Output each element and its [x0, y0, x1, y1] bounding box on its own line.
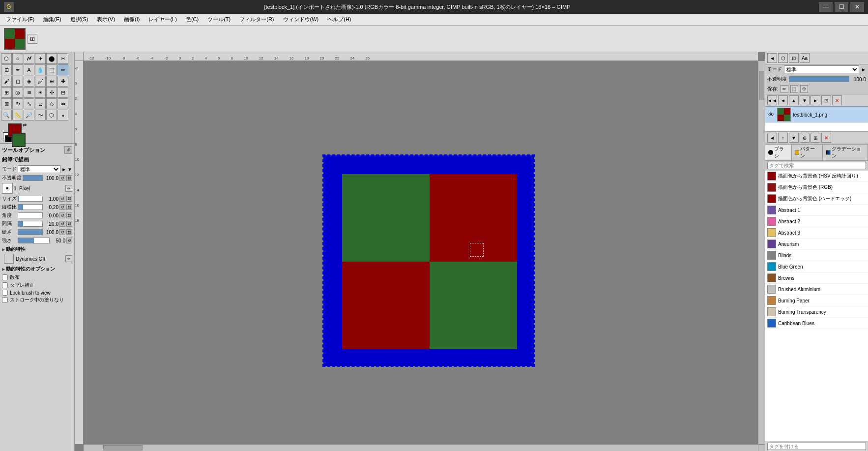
tool-move[interactable]: ✣: [46, 87, 57, 98]
mode-select-right[interactable]: 標準: [784, 65, 859, 73]
tool-scissors[interactable]: ✂: [58, 53, 68, 64]
tool-paths[interactable]: ✒: [12, 64, 23, 75]
tool-shear[interactable]: ⊿: [35, 98, 46, 109]
tool-airbrush[interactable]: ◈: [24, 76, 34, 87]
angle-reset-btn[interactable]: ↺: [59, 212, 65, 218]
tool-blur-sharpen[interactable]: ◎: [12, 87, 23, 98]
aspect-slider[interactable]: [18, 204, 43, 210]
angle-chain-btn[interactable]: ⛓: [66, 212, 72, 218]
tool-unified[interactable]: ⬧: [58, 110, 68, 120]
brush-list-item[interactable]: Browns: [765, 272, 868, 284]
lock-alpha-icon[interactable]: ⬚: [790, 85, 798, 93]
layer-visibility-eye[interactable]: 👁: [767, 111, 775, 119]
layers-icon3[interactable]: ⊡: [789, 53, 799, 63]
reset-tool-options-button[interactable]: ↺: [64, 146, 72, 154]
menu-item-i[interactable]: 画像(I): [120, 15, 144, 24]
brush-list-item[interactable]: 描面色から背景色 (RGB): [765, 182, 868, 193]
menu-item-v[interactable]: 表示(V): [93, 15, 119, 24]
tool-pencil[interactable]: ✏: [58, 64, 68, 75]
brush-list-item[interactable]: Burning Transparency: [765, 306, 868, 318]
tool-free-select[interactable]: 🗲: [24, 53, 34, 64]
brush-list-item[interactable]: Burning Paper: [765, 295, 868, 306]
maximize-button[interactable]: ☐: [835, 2, 848, 12]
layer-tool-btn1[interactable]: ◄◄: [767, 95, 777, 105]
background-color-box[interactable]: [12, 133, 26, 147]
dynamics-options-section[interactable]: ▶ 動的特性のオプション: [2, 266, 72, 272]
lock-pixels-icon[interactable]: ✏: [781, 85, 788, 93]
tool-flip[interactable]: ⇔: [58, 98, 68, 109]
menu-item-c[interactable]: 色(C): [182, 15, 203, 24]
brush-list-item[interactable]: Abstract 3: [765, 227, 868, 239]
canvas-image[interactable]: [322, 154, 535, 367]
scatter-checkbox[interactable]: [2, 274, 8, 280]
brush-list-item[interactable]: Aneurism: [765, 239, 868, 250]
brush-list-item[interactable]: Blinds: [765, 250, 868, 261]
tool-align[interactable]: ⊟: [58, 87, 68, 98]
opacity-reset-btn[interactable]: ↺: [59, 175, 65, 181]
menu-item-r[interactable]: フィルター(R): [235, 15, 278, 24]
layer-bottom-btn1[interactable]: ◄: [767, 133, 777, 143]
opacity-slider-right[interactable]: [789, 76, 849, 82]
horizontal-scrollbar[interactable]: [84, 444, 758, 451]
spacing-slider[interactable]: [18, 221, 43, 227]
force-slider[interactable]: [18, 238, 50, 243]
tool-text[interactable]: A: [24, 64, 34, 75]
brush-list-item[interactable]: 描面色から背景色 (ハードエッジ): [765, 193, 868, 205]
layer-tool-btn5[interactable]: ►: [810, 95, 820, 105]
brushes-filter-input[interactable]: [767, 443, 866, 450]
spacing-chain-btn[interactable]: ⛓: [66, 221, 72, 227]
layers-icon4[interactable]: Aa: [800, 53, 810, 63]
layer-tool-btn7[interactable]: ✕: [832, 95, 842, 105]
menu-item-h[interactable]: ヘルプ(H): [323, 15, 355, 24]
tab-gradients[interactable]: グラデーション: [823, 145, 868, 160]
menu-item-e[interactable]: 編集(E): [39, 15, 65, 24]
tool-perspective-clone[interactable]: ⊞: [1, 87, 12, 98]
stroke-color-checkbox[interactable]: [2, 297, 8, 303]
tool-bucket-fill[interactable]: 💧: [35, 64, 46, 75]
menu-item-f[interactable]: ファイル(F): [2, 15, 38, 24]
tool-eraser[interactable]: ◻: [12, 76, 23, 87]
brush-list-item[interactable]: Abstract 1: [765, 205, 868, 216]
aspect-reset-btn[interactable]: ↺: [59, 204, 65, 210]
layer-tool-btn2[interactable]: ◄: [778, 95, 788, 105]
tab-brushes[interactable]: ブラシ: [765, 145, 792, 160]
brush-edit-button[interactable]: ✏: [65, 185, 72, 192]
canvas-viewport[interactable]: [84, 61, 765, 451]
tool-ink[interactable]: 🖊: [35, 76, 46, 87]
layer-tool-btn6[interactable]: ⊡: [821, 95, 831, 105]
tab-patterns[interactable]: パターン: [792, 145, 823, 160]
tool-perspective[interactable]: ◇: [46, 98, 57, 109]
tool-dodge-burn[interactable]: ☀: [35, 87, 46, 98]
hardness-slider[interactable]: [18, 229, 43, 235]
tool-zoom[interactable]: 🔎: [24, 110, 34, 120]
mode-select[interactable]: 標準: [18, 165, 60, 173]
layer-tool-btn4[interactable]: ▼: [800, 95, 810, 105]
menu-item-t[interactable]: ツール(T): [203, 15, 234, 24]
layer-bottom-btn4[interactable]: ⊕: [800, 133, 810, 143]
layer-bottom-btn3[interactable]: ▼: [789, 133, 799, 143]
tool-select-color[interactable]: ⬤: [46, 53, 57, 64]
tool-rect-select[interactable]: ⬡: [1, 53, 12, 64]
scrollbar-h-thumb[interactable]: [103, 445, 143, 451]
tool-crop[interactable]: ⊠: [1, 98, 12, 109]
tablet-checkbox[interactable]: [2, 282, 8, 288]
minimize-button[interactable]: —: [819, 2, 833, 12]
dynamics-section-header[interactable]: ▶ 動的特性: [2, 246, 72, 253]
tool-rotate[interactable]: ↻: [12, 98, 23, 109]
angle-slider[interactable]: [18, 212, 43, 218]
force-reset-btn[interactable]: ↺: [66, 238, 72, 243]
brush-list-item[interactable]: Caribbean Blues: [765, 318, 868, 329]
tool-fuzzy-select[interactable]: ✦: [35, 53, 46, 64]
swap-colors-icon[interactable]: ⇄: [23, 122, 27, 128]
tool-scale[interactable]: ⤡: [24, 98, 34, 109]
hardness-chain-btn[interactable]: ⛓: [66, 229, 72, 235]
brush-list-item[interactable]: Blue Green: [765, 261, 868, 272]
close-button[interactable]: ✕: [850, 2, 864, 12]
view-image-button[interactable]: ⊞: [28, 34, 37, 44]
brush-list-item[interactable]: 描面色から背景色 (HSV 反時計回り): [765, 171, 868, 182]
opacity-slider[interactable]: [23, 175, 43, 181]
tool-paintbrush[interactable]: 🖌: [1, 76, 12, 87]
layer-bottom-btn2[interactable]: ↑: [778, 133, 788, 143]
layer-tool-btn3[interactable]: ▲: [789, 95, 799, 105]
scrollbar-v-thumb[interactable]: [759, 71, 764, 100]
